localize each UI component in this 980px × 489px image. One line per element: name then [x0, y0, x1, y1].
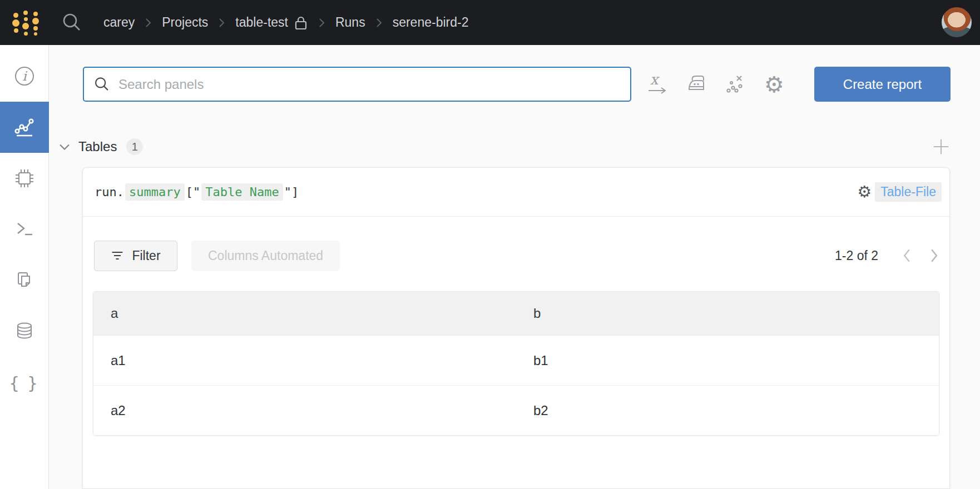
- table-toolbar: Filter Columns Automated 1-2 of 2: [83, 240, 949, 271]
- sidebar-item-workspace[interactable]: [0, 102, 49, 153]
- sidebar-item-logs[interactable]: [0, 204, 49, 255]
- run-sidebar: i: [0, 45, 49, 489]
- lock-icon: [294, 15, 308, 31]
- query-summary-token: summary: [125, 183, 185, 201]
- avatar[interactable]: [942, 7, 972, 37]
- section-count-badge: 1: [126, 138, 143, 155]
- chevron-right-icon: [145, 18, 151, 28]
- smoothing-button[interactable]: [685, 73, 708, 96]
- outliers-button[interactable]: [724, 73, 747, 96]
- smoothing-iron-icon: [685, 73, 707, 96]
- chevron-left-icon[interactable]: [903, 248, 911, 263]
- table-row: a1 b1: [93, 335, 939, 385]
- terminal-icon: [13, 218, 36, 241]
- query-prefix: run.: [95, 185, 124, 199]
- x-axis-button[interactable]: x: [646, 73, 669, 96]
- search-input[interactable]: [118, 77, 620, 92]
- sidebar-item-overview[interactable]: i: [0, 51, 49, 102]
- column-header-b[interactable]: b: [516, 292, 939, 335]
- chip-icon: [13, 167, 36, 189]
- sidebar-item-config[interactable]: { }: [0, 357, 49, 408]
- table-row: a2 b2: [93, 385, 939, 435]
- column-header-a[interactable]: a: [93, 292, 516, 335]
- filter-button-label: Filter: [132, 248, 160, 263]
- table-header-row: a b: [93, 292, 939, 335]
- section-title: Tables: [78, 139, 117, 154]
- table-cell: b1: [516, 336, 939, 385]
- sidebar-item-artifacts[interactable]: [0, 306, 49, 357]
- wandb-logo[interactable]: [12, 8, 40, 37]
- filter-button[interactable]: Filter: [94, 241, 177, 271]
- filter-icon: [111, 250, 124, 261]
- panel-query-row: run.summary["Table Name"] ⚙ Table-File: [83, 168, 949, 217]
- chevron-right-icon: [319, 18, 325, 28]
- tables-section-header: Tables 1: [59, 137, 950, 157]
- table-cell: a2: [93, 386, 516, 435]
- sidebar-item-files[interactable]: [0, 255, 49, 306]
- sidebar-item-system[interactable]: [0, 153, 49, 204]
- settings-button[interactable]: ⚙: [763, 73, 786, 96]
- query-quote-close: ": [284, 185, 291, 199]
- breadcrumb-entity[interactable]: carey: [103, 15, 135, 30]
- search-icon: [94, 77, 110, 92]
- panel-search: [83, 67, 631, 102]
- table-panel-card: run.summary["Table Name"] ⚙ Table-File F…: [82, 167, 950, 489]
- query-quote-open: ": [193, 185, 200, 199]
- copy-icon: [13, 270, 36, 292]
- create-report-button[interactable]: Create report: [814, 67, 951, 102]
- data-table: a b a1 b1 a2 b2: [93, 291, 939, 436]
- outliers-icon: [724, 73, 746, 96]
- svg-text:i: i: [22, 69, 27, 83]
- panel-type-link[interactable]: Table-File: [875, 182, 942, 202]
- panel-query[interactable]: run.summary["Table Name"]: [95, 183, 299, 201]
- gear-icon: ⚙: [764, 73, 784, 96]
- braces-icon: { }: [9, 373, 40, 393]
- columns-automated-button[interactable]: Columns Automated: [191, 241, 340, 271]
- query-close-bracket: ]: [291, 185, 299, 199]
- svg-text:x: x: [650, 73, 660, 88]
- info-icon: i: [13, 65, 36, 87]
- chevron-right-icon[interactable]: [930, 248, 938, 263]
- breadcrumb-projects[interactable]: Projects: [162, 15, 208, 30]
- line-chart-icon: [13, 116, 36, 138]
- breadcrumb-project[interactable]: table-test: [235, 15, 288, 30]
- query-open-bracket: [: [186, 185, 193, 199]
- breadcrumb-run[interactable]: serene-bird-2: [393, 15, 469, 30]
- plus-icon[interactable]: [932, 138, 950, 156]
- pagination-label: 1-2 of 2: [835, 248, 878, 263]
- query-table-key: Table Name: [201, 183, 283, 201]
- topbar: carey Projects table-test Runs serene-bi…: [0, 0, 980, 45]
- database-icon: [13, 321, 36, 343]
- workspace-actions: x ⚙: [646, 73, 786, 96]
- chevron-right-icon: [219, 18, 225, 28]
- breadcrumb: carey Projects table-test Runs serene-bi…: [103, 15, 468, 31]
- gear-icon[interactable]: ⚙: [857, 184, 872, 200]
- x-axis-icon: x: [646, 73, 669, 96]
- chevron-right-icon: [376, 18, 382, 28]
- table-cell: b2: [516, 386, 939, 435]
- search-icon[interactable]: [60, 11, 83, 34]
- table-cell: a1: [93, 336, 516, 385]
- breadcrumb-runs[interactable]: Runs: [335, 15, 365, 30]
- chevron-down-icon[interactable]: [59, 143, 70, 151]
